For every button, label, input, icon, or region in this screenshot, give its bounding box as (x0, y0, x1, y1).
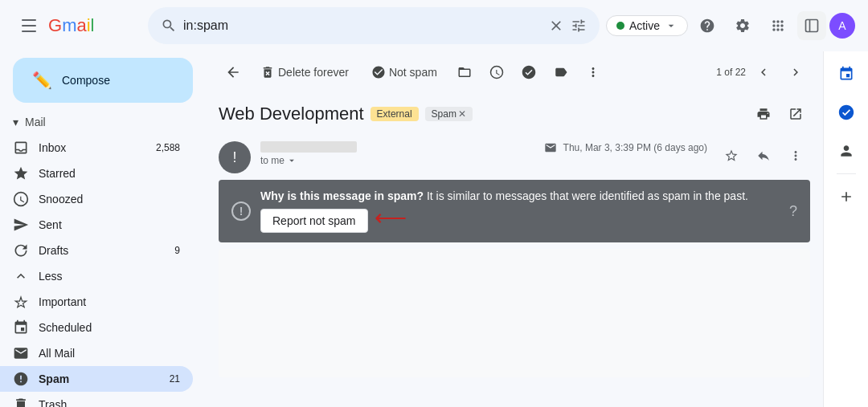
spam-warning-content: Why is this message in spam? It is simil… (260, 189, 780, 233)
clear-search-icon[interactable] (548, 18, 564, 34)
main-layout: ✏️ Compose ▾ Mail Inbox 2,588 Starred Sn… (0, 51, 868, 407)
menu-button[interactable] (13, 10, 45, 42)
compose-button[interactable]: ✏️ Compose (13, 58, 193, 103)
report-not-spam-button[interactable]: Report not spam (260, 209, 368, 233)
sidebar-toggle[interactable] (797, 11, 826, 40)
svg-text:Gmail: Gmail (48, 15, 94, 35)
sidebar-item-important[interactable]: Important (0, 289, 193, 315)
spam-warning-banner: ! Why is this message in spam? It is sim… (219, 180, 810, 242)
active-status-badge[interactable]: Active (606, 15, 688, 36)
snooze-button[interactable] (482, 58, 511, 87)
sender-info: to me (260, 141, 534, 166)
email-subject: Web Development (219, 104, 364, 124)
sidebar-item-trash[interactable]: Trash (0, 392, 193, 407)
right-panel (823, 51, 868, 407)
tasks-panel-button[interactable] (830, 96, 862, 128)
print-button[interactable] (749, 100, 778, 128)
snooze-icon (13, 191, 29, 207)
inbox-label: Inbox (39, 141, 146, 154)
to-label: to me (260, 155, 285, 166)
sidebar: ✏️ Compose ▾ Mail Inbox 2,588 Starred Sn… (0, 51, 206, 407)
open-in-new-button[interactable] (781, 100, 810, 128)
compose-icon: ✏️ (32, 71, 52, 90)
active-dot (616, 22, 624, 30)
delete-forever-label: Delete forever (278, 66, 349, 79)
not-spam-button[interactable]: Not spam (362, 58, 447, 87)
more-button[interactable] (579, 58, 608, 87)
sidebar-item-scheduled[interactable]: Scheduled (0, 315, 193, 340)
sender-to[interactable]: to me (260, 155, 534, 166)
compose-label: Compose (62, 74, 110, 87)
next-email-button[interactable] (781, 58, 810, 87)
contacts-panel-button[interactable] (830, 135, 862, 167)
inbox-badge: 2,588 (156, 142, 180, 153)
gmail-logo: Gmail (48, 14, 122, 38)
svg-rect-4 (806, 20, 818, 32)
label-button[interactable] (547, 58, 575, 87)
email-subject-row: Web Development External Spam ✕ (219, 93, 810, 141)
topbar-right: Active A (606, 10, 855, 42)
chevron-up-icon (13, 268, 29, 284)
arrow-annotation: Report not spam ⟵ (260, 202, 780, 233)
star-email-button[interactable] (717, 141, 746, 170)
spam-tag-label: Spam (432, 108, 457, 120)
apps-button[interactable] (762, 10, 794, 42)
delete-forever-button[interactable]: Delete forever (251, 58, 358, 87)
sidebar-item-spam[interactable]: Spam 21 (0, 366, 193, 392)
email-date: Thu, Mar 3, 3:39 PM (6 days ago) (544, 141, 707, 154)
sender-name-placeholder (260, 141, 357, 153)
remove-spam-tag-icon[interactable]: ✕ (458, 108, 466, 120)
spam-help-icon[interactable]: ? (789, 203, 797, 220)
send-icon (13, 217, 29, 233)
not-spam-label: Not spam (389, 66, 437, 79)
topbar: Gmail Active A (0, 0, 868, 51)
drafts-icon (13, 242, 29, 258)
sidebar-item-snoozed[interactable]: Snoozed (0, 186, 193, 212)
sender-avatar: ! (219, 141, 251, 173)
less-label: Less (39, 270, 180, 283)
back-button[interactable] (219, 58, 248, 87)
nav-count: 1 of 22 (716, 67, 746, 78)
mail-section-header[interactable]: ▾ Mail (0, 109, 206, 135)
search-icon[interactable] (161, 18, 177, 34)
reply-button[interactable] (749, 141, 778, 170)
calendar-panel-button[interactable] (830, 58, 862, 90)
scheduled-icon (13, 319, 29, 336)
move-to-button[interactable] (450, 58, 479, 87)
sidebar-item-starred[interactable]: Starred (0, 161, 193, 186)
sidebar-item-less[interactable]: Less (0, 263, 193, 289)
email-header-actions (749, 100, 810, 128)
red-arrow-annotation: ⟵ (375, 205, 407, 231)
search-input[interactable] (183, 18, 542, 33)
sidebar-item-inbox[interactable]: Inbox 2,588 (0, 135, 193, 161)
email-body (219, 249, 810, 377)
right-panel-divider (837, 173, 856, 174)
sidebar-item-all-mail[interactable]: All Mail (0, 340, 193, 366)
mail-section-label: Mail (25, 116, 46, 128)
prev-email-button[interactable] (749, 58, 778, 87)
spam-label: Spam (39, 372, 160, 385)
task-button[interactable] (514, 58, 543, 87)
active-label: Active (629, 19, 660, 32)
svg-rect-2 (22, 31, 36, 32)
all-mail-icon (13, 345, 29, 361)
help-button[interactable] (691, 10, 723, 42)
tag-external: External (371, 107, 419, 121)
tag-spam: Spam ✕ (425, 107, 473, 121)
spam-badge: 21 (170, 373, 180, 385)
avatar[interactable]: A (829, 13, 855, 39)
email-date-text: Thu, Mar 3, 3:39 PM (6 days ago) (563, 142, 707, 153)
add-panel-button[interactable] (830, 181, 862, 213)
drafts-label: Drafts (39, 244, 165, 257)
sidebar-item-drafts[interactable]: Drafts 9 (0, 238, 193, 263)
settings-button[interactable] (727, 10, 759, 42)
snoozed-label: Snoozed (39, 193, 180, 206)
inbox-icon (13, 140, 29, 156)
more-actions-button[interactable] (781, 141, 810, 170)
sidebar-item-sent[interactable]: Sent (0, 212, 193, 238)
all-mail-label: All Mail (39, 347, 180, 360)
email-area: Delete forever Not spam 1 of 22 (206, 51, 823, 407)
sent-label: Sent (39, 218, 180, 231)
starred-label: Starred (39, 167, 180, 180)
search-options-icon[interactable] (571, 18, 587, 34)
